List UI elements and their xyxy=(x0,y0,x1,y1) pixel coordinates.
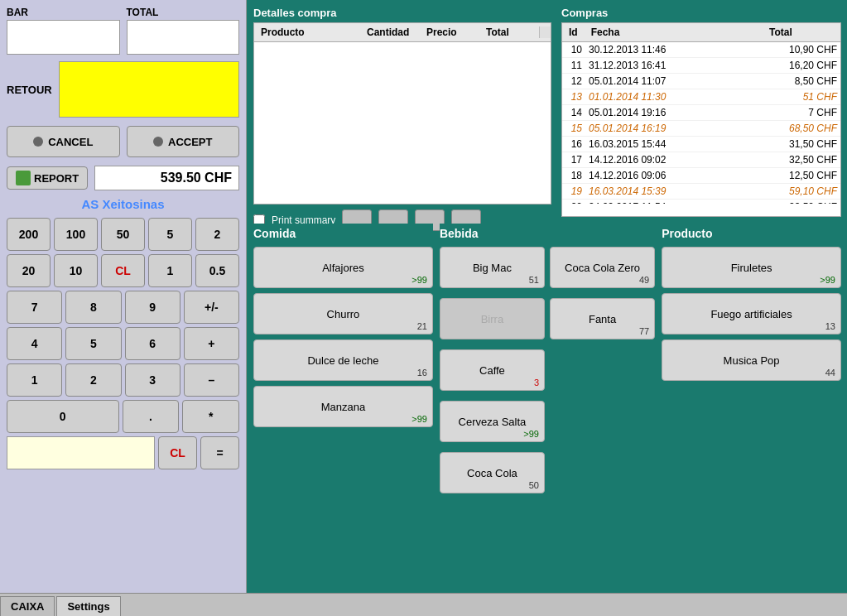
compras-table-row[interactable]: 1814.12.2016 09:0612,50 CHF xyxy=(562,168,840,184)
report-icon xyxy=(16,171,31,185)
numpad-row-5: 1 2 3 – xyxy=(7,363,239,397)
numpad-10[interactable]: 10 xyxy=(54,254,98,287)
detalles-scrollbar-spacer xyxy=(539,26,551,38)
compras-table-row[interactable]: 1205.01.2014 11:078,50 CHF xyxy=(562,74,840,89)
compras-table-row[interactable]: 1505.01.2014 16:1968,50 CHF xyxy=(562,121,840,137)
comida-product-btn[interactable]: Manzana>99 xyxy=(253,386,433,427)
numpad-4[interactable]: 4 xyxy=(7,327,62,360)
numpad-row-7: CL = xyxy=(7,436,239,469)
cancel-dot-icon xyxy=(33,137,43,147)
bar-input[interactable] xyxy=(7,20,120,55)
cancel-button[interactable]: CANCEL xyxy=(7,126,120,157)
comida-section: Comida Alfajores>99Churro21Dulce de lech… xyxy=(253,224,433,580)
bebida-product-btn[interactable]: Caffe3 xyxy=(440,349,545,391)
bebida-product-btn[interactable]: Cerveza Salta>99 xyxy=(440,401,545,442)
bebida-product-btn[interactable]: Coca Cola50 xyxy=(440,452,545,493)
numpad-6[interactable]: 6 xyxy=(125,327,180,360)
total-display: 539.50 CHF xyxy=(94,166,239,190)
compras-title: Compras xyxy=(561,7,841,19)
col-producto-header: Producto xyxy=(254,26,360,38)
numpad-0[interactable]: 0 xyxy=(7,400,119,433)
numpad-row-4: 4 5 6 + xyxy=(7,327,239,360)
numpad-dot[interactable]: . xyxy=(123,400,180,433)
compras-table-row[interactable]: 1405.01.2014 19:167 CHF xyxy=(562,105,840,121)
producto-product-btn[interactable]: Fuego artificiales13 xyxy=(662,293,841,334)
comida-product-btn[interactable]: Churro21 xyxy=(253,293,433,334)
comida-product-btn[interactable]: Alfajores>99 xyxy=(253,247,433,288)
comida-product-btn[interactable]: Dulce de leche16 xyxy=(253,339,433,381)
bebida-product-btn[interactable]: Birra xyxy=(440,298,545,339)
numpad-5b[interactable]: 5 xyxy=(65,327,121,360)
bar-label: BAR xyxy=(7,7,120,18)
numpad-200[interactable]: 200 xyxy=(7,218,51,251)
numpad-equals[interactable]: = xyxy=(200,436,239,469)
col-total-header: Total xyxy=(479,26,539,38)
total-input[interactable] xyxy=(127,20,240,55)
numpad-row-1: 200 100 50 5 2 xyxy=(7,218,239,251)
compras-table-row[interactable]: 1131.12.2013 16:4116,20 CHF xyxy=(562,58,840,74)
bar-section: BAR xyxy=(7,7,120,55)
compras-scrollbar-spacer xyxy=(829,26,840,38)
retour-input[interactable] xyxy=(59,61,239,118)
producto-product-btn[interactable]: Musica Pop44 xyxy=(662,339,841,381)
numpad-05[interactable]: 0.5 xyxy=(195,254,239,287)
detalles-section: Detalles compra Producto Cantidad Precio… xyxy=(253,7,551,218)
comida-title: Comida xyxy=(253,224,433,247)
compras-content[interactable]: 1030.12.2013 11:4610,90 CHF1131.12.2013 … xyxy=(562,42,840,204)
numpad-minus[interactable]: – xyxy=(184,363,239,397)
compras-box: Id Fecha Total 1030.12.2013 11:4610,90 C… xyxy=(561,22,841,217)
detalles-content[interactable] xyxy=(254,42,551,183)
numpad-star[interactable]: * xyxy=(182,400,239,433)
tab-settings[interactable]: Settings xyxy=(56,596,120,616)
left-panel: BAR TOTAL RETOUR CANCEL ACCEPT REPORT 53… xyxy=(0,0,247,593)
numpad-row-3: 7 8 9 +/- xyxy=(7,291,239,324)
numpad-2[interactable]: 2 xyxy=(195,218,239,251)
compras-table-row[interactable]: 2024.02.2017 11:5423,50 CHF xyxy=(562,200,840,204)
compras-table-row[interactable]: 1714.12.2016 09:0232,50 CHF xyxy=(562,152,840,168)
numpad-1[interactable]: 1 xyxy=(148,254,192,287)
detalles-header: Producto Cantidad Precio Total xyxy=(254,23,551,42)
report-button[interactable]: REPORT xyxy=(7,166,88,190)
col-id-header: Id xyxy=(562,26,585,38)
compras-table-row[interactable]: 1301.01.2014 11:3051 CHF xyxy=(562,89,840,105)
compras-table-row[interactable]: 1916.03.2014 15:3959,10 CHF xyxy=(562,184,840,200)
numpad-2b[interactable]: 2 xyxy=(65,363,121,397)
numpad-8[interactable]: 8 xyxy=(65,291,121,324)
numpad-cl-2[interactable]: CL xyxy=(158,436,197,469)
compras-header: Id Fecha Total xyxy=(562,23,840,42)
numpad-1b[interactable]: 1 xyxy=(7,363,62,397)
accept-button[interactable]: ACCEPT xyxy=(127,126,240,157)
bebida-title: Bebida xyxy=(440,224,655,247)
numpad-plusminus[interactable]: +/- xyxy=(184,291,239,324)
producto-section: Producto Firuletes>99Fuego artificiales1… xyxy=(662,224,841,580)
numpad-100[interactable]: 100 xyxy=(54,218,98,251)
bebida-product-btn[interactable]: Coca Cola Zero49 xyxy=(550,247,655,288)
numpad-50[interactable]: 50 xyxy=(101,218,145,251)
producto-title: Producto xyxy=(662,224,841,247)
numpad-5[interactable]: 5 xyxy=(148,218,192,251)
report-row: REPORT 539.50 CHF xyxy=(0,162,246,194)
compras-table-row[interactable]: 1030.12.2013 11:4610,90 CHF xyxy=(562,42,840,58)
comida-products: Alfajores>99Churro21Dulce de leche16Manz… xyxy=(253,247,433,427)
numpad-7[interactable]: 7 xyxy=(7,291,62,324)
total-label: TOTAL xyxy=(127,7,240,18)
bebida-product-btn[interactable]: Fanta77 xyxy=(550,298,655,339)
numpad-cl-1[interactable]: CL xyxy=(101,254,145,287)
action-buttons: CANCEL ACCEPT xyxy=(0,121,246,162)
numpad-plus[interactable]: + xyxy=(184,327,239,360)
bebida-product-btn[interactable]: Big Mac51 xyxy=(440,247,545,288)
numpad-value-input[interactable] xyxy=(7,436,155,469)
col-cantidad-header: Cantidad xyxy=(360,26,420,38)
brand-name: AS Xeitosinas xyxy=(0,194,246,214)
numpad-3[interactable]: 3 xyxy=(125,363,180,397)
numpad-row-6: 0 . * xyxy=(7,400,239,433)
tab-caixa[interactable]: CAIXA xyxy=(0,596,55,616)
numpad-20[interactable]: 20 xyxy=(7,254,51,287)
detalles-box: Producto Cantidad Precio Total xyxy=(253,22,551,205)
compras-table-row[interactable]: 1616.03.2015 15:4431,50 CHF xyxy=(562,137,840,152)
tab-bar: CAIXA Settings xyxy=(0,593,847,616)
producto-products: Firuletes>99Fuego artificiales13Musica P… xyxy=(662,247,841,381)
col-fecha-header: Fecha xyxy=(585,26,763,38)
numpad-9[interactable]: 9 xyxy=(125,291,180,324)
producto-product-btn[interactable]: Firuletes>99 xyxy=(662,247,841,288)
